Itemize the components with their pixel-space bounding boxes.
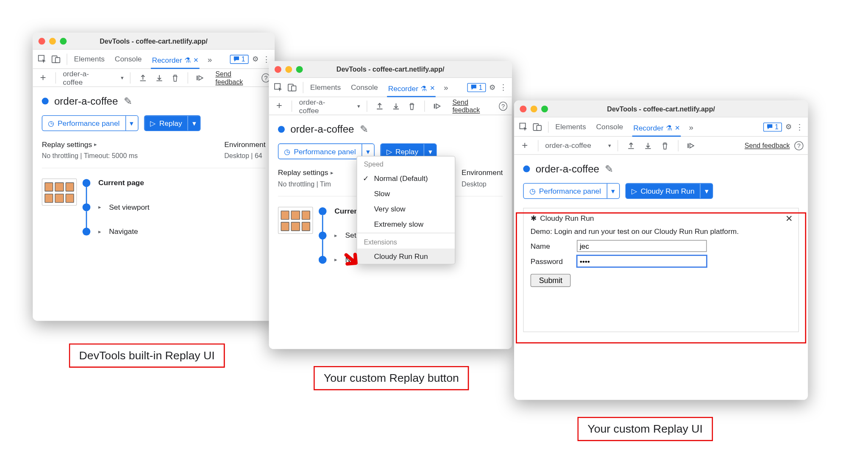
issues-badge[interactable]: 1: [467, 83, 486, 92]
environment-head: Environment: [462, 168, 503, 177]
tab-recorder[interactable]: Recorder ⚗ ✕: [387, 81, 436, 97]
kebab-menu-icon[interactable]: ⋮: [262, 55, 270, 64]
tab-elements[interactable]: Elements: [309, 80, 342, 95]
help-icon[interactable]: ?: [794, 141, 803, 150]
caption-3: Your custom Replay UI: [577, 417, 713, 441]
kebab-menu-icon[interactable]: ⋮: [796, 122, 804, 131]
extension-option-cloudy[interactable]: Cloudy Run Run: [357, 249, 455, 264]
more-tabs-icon[interactable]: »: [208, 55, 212, 64]
thumbnail: [278, 207, 313, 234]
tab-close-icon[interactable]: ✕: [675, 124, 680, 131]
svg-rect-7: [434, 104, 435, 108]
tab-recorder[interactable]: Recorder ⚗ ✕: [632, 120, 681, 137]
send-feedback-link[interactable]: Send feedback: [452, 98, 494, 114]
delete-icon[interactable]: [659, 139, 671, 152]
import-icon[interactable]: [153, 72, 165, 84]
chevron-down-icon[interactable]: ▾: [125, 116, 138, 131]
chevron-down-icon[interactable]: ▾: [606, 183, 619, 198]
step-icon[interactable]: [195, 72, 206, 84]
replay-button[interactable]: ▷Replay ▾: [144, 115, 201, 131]
svg-rect-2: [56, 57, 60, 62]
dropdown-section-extensions: Extensions: [357, 234, 455, 248]
flask-icon: ⚗: [184, 56, 191, 64]
step-icon[interactable]: [432, 100, 443, 112]
zoom-icon[interactable]: [60, 38, 67, 44]
recording-select[interactable]: order-a-coffee▾: [545, 141, 611, 150]
settings-gear-icon[interactable]: ⚙: [785, 122, 792, 131]
chevron-down-icon[interactable]: ▾: [188, 116, 200, 131]
custom-replay-button[interactable]: ▷Cloudy Run Run▾: [625, 183, 713, 199]
speed-option-very-slow[interactable]: Very slow: [357, 201, 455, 217]
speed-option-slow[interactable]: Slow: [357, 186, 455, 201]
svg-rect-10: [537, 125, 541, 130]
device-toggle-icon[interactable]: [532, 122, 542, 132]
recording-select[interactable]: order-a-coffee▾: [299, 97, 360, 114]
step-current-page[interactable]: Current page: [83, 178, 266, 187]
edit-icon[interactable]: ✎: [360, 123, 368, 136]
inspect-icon[interactable]: [37, 54, 47, 64]
minimize-icon[interactable]: [285, 66, 292, 72]
export-icon[interactable]: [137, 72, 149, 84]
delete-icon[interactable]: [406, 100, 417, 112]
step-icon[interactable]: [685, 139, 698, 152]
close-icon[interactable]: [39, 38, 45, 44]
add-recording-icon[interactable]: +: [37, 72, 49, 84]
settings-gear-icon[interactable]: ⚙: [489, 83, 496, 92]
zoom-icon[interactable]: [296, 66, 303, 72]
svg-rect-6: [292, 86, 296, 91]
recording-title-row: order-a-coffee ✎: [42, 95, 266, 107]
tab-console[interactable]: Console: [114, 51, 143, 67]
devtools-window-1: DevTools - coffee-cart.netlify.app/ Elem…: [33, 33, 275, 321]
chevron-down-icon[interactable]: ▾: [700, 183, 712, 198]
environment-values: Desktop | 64: [224, 152, 265, 160]
more-tabs-icon[interactable]: »: [444, 83, 448, 92]
edit-icon[interactable]: ✎: [124, 95, 132, 107]
import-icon[interactable]: [390, 100, 402, 112]
replay-settings-head[interactable]: Replay settings ▸: [278, 168, 333, 177]
more-tabs-icon[interactable]: »: [689, 122, 693, 131]
zoom-icon[interactable]: [541, 106, 548, 112]
close-icon[interactable]: [275, 66, 281, 72]
recording-select[interactable]: order-a-coffee ▾: [63, 69, 123, 86]
close-icon[interactable]: [520, 106, 526, 112]
send-feedback-link[interactable]: Send feedback: [745, 142, 790, 150]
import-icon[interactable]: [642, 139, 654, 152]
recording-title: order-a-coffee: [290, 123, 354, 135]
tab-close-icon[interactable]: ✕: [430, 85, 435, 92]
minimize-icon[interactable]: [531, 106, 537, 112]
export-icon[interactable]: [374, 100, 386, 112]
inspect-icon[interactable]: [273, 82, 284, 92]
device-toggle-icon[interactable]: [51, 54, 61, 64]
tab-console[interactable]: Console: [595, 119, 624, 134]
speed-option-extremely-slow[interactable]: Extremely slow: [357, 217, 455, 232]
step-set-viewport[interactable]: ▸Set viewport: [83, 203, 266, 211]
issues-badge[interactable]: 1: [230, 55, 249, 64]
recorder-content: order-a-coffee ✎ ◷Performance panel ▾ ▷R…: [33, 87, 275, 321]
tab-elements[interactable]: Elements: [73, 51, 106, 67]
kebab-menu-icon[interactable]: ⋮: [499, 83, 507, 92]
inspect-icon[interactable]: [519, 122, 529, 132]
tab-close-icon[interactable]: ✕: [193, 56, 198, 64]
device-toggle-icon[interactable]: [287, 82, 297, 92]
step-navigate[interactable]: ▸Navigate: [83, 227, 266, 236]
tab-console[interactable]: Console: [350, 80, 379, 95]
export-icon[interactable]: [625, 139, 637, 152]
delete-icon[interactable]: [170, 72, 181, 84]
devtools-tabs: Elements Console Recorder ⚗ ✕ »: [73, 51, 212, 67]
send-feedback-link[interactable]: Send feedback: [215, 70, 257, 86]
help-icon[interactable]: ?: [499, 101, 507, 110]
edit-icon[interactable]: ✎: [605, 163, 613, 175]
tab-recorder[interactable]: Recorder ⚗ ✕: [151, 53, 200, 69]
speed-option-normal[interactable]: Normal (Default): [357, 171, 455, 186]
tab-elements[interactable]: Elements: [554, 119, 587, 134]
settings-gear-icon[interactable]: ⚙: [252, 55, 259, 63]
performance-panel-button[interactable]: ◷Performance panel ▾: [42, 115, 139, 131]
add-recording-icon[interactable]: +: [273, 100, 285, 112]
replay-settings-head[interactable]: Replay settings ▸: [42, 140, 138, 149]
add-recording-icon[interactable]: +: [519, 139, 531, 152]
chevron-down-icon: ▾: [121, 75, 124, 81]
performance-panel-button[interactable]: ◷Performance panel▾: [523, 183, 620, 199]
minimize-icon[interactable]: [49, 38, 56, 44]
issues-badge[interactable]: 1: [763, 122, 782, 131]
titlebar: DevTools - coffee-cart.netlify.app/: [269, 61, 512, 78]
